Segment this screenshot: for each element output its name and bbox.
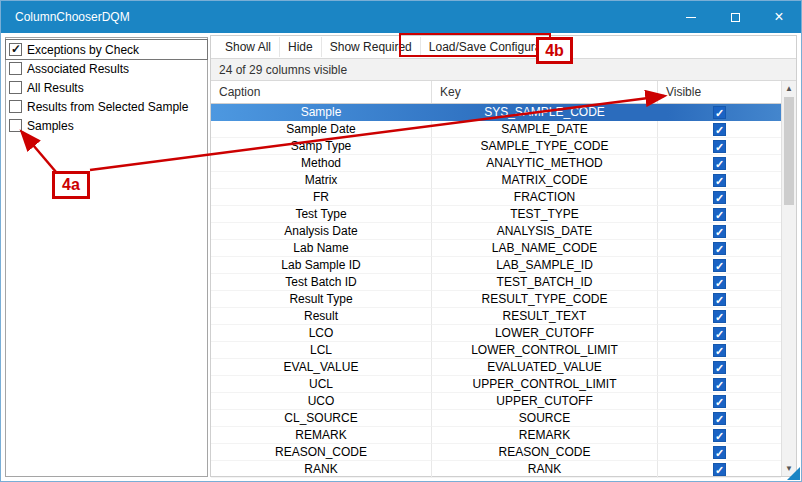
table-row[interactable]: Lab Sample ID LAB_SAMPLE_ID: [211, 257, 781, 274]
visible-checkbox[interactable]: [713, 174, 726, 187]
row-caption[interactable]: Sample: [211, 104, 432, 121]
visible-cell[interactable]: [658, 240, 781, 257]
visible-cell[interactable]: [658, 189, 781, 206]
scrollbar-thumb[interactable]: [784, 97, 794, 205]
table-row[interactable]: LCO LOWER_CUTOFF: [211, 325, 781, 342]
table-row[interactable]: Samp Type SAMPLE_TYPE_CODE: [211, 138, 781, 155]
list-item-exceptions-by-check[interactable]: Exceptions by Check: [6, 40, 207, 59]
visible-cell[interactable]: [658, 291, 781, 308]
row-key[interactable]: LAB_SAMPLE_ID: [432, 257, 658, 274]
table-row[interactable]: FR FRACTION: [211, 189, 781, 206]
visible-cell[interactable]: [658, 104, 781, 121]
visible-checkbox[interactable]: [713, 191, 726, 204]
row-key[interactable]: UPPER_CONTROL_LIMIT: [432, 376, 658, 393]
visible-cell[interactable]: [658, 376, 781, 393]
row-caption[interactable]: Result Type: [211, 291, 432, 308]
visible-checkbox[interactable]: [713, 446, 726, 459]
table-row[interactable]: Test Type TEST_TYPE: [211, 206, 781, 223]
row-caption[interactable]: Test Type: [211, 206, 432, 223]
row-key[interactable]: RANK: [432, 461, 658, 478]
minimize-button[interactable]: [669, 1, 713, 33]
visible-checkbox[interactable]: [713, 225, 726, 238]
visible-cell[interactable]: [658, 121, 781, 138]
vertical-scrollbar[interactable]: ▲ ▼: [781, 81, 796, 476]
toolbar-button-show-required[interactable]: Show Required: [321, 37, 420, 57]
row-caption[interactable]: Result: [211, 308, 432, 325]
visible-checkbox[interactable]: [713, 463, 726, 476]
visible-cell[interactable]: [658, 257, 781, 274]
row-key[interactable]: LOWER_CUTOFF: [432, 325, 658, 342]
visible-checkbox[interactable]: [713, 344, 726, 357]
row-caption[interactable]: EVAL_VALUE: [211, 359, 432, 376]
table-row[interactable]: Lab Name LAB_NAME_CODE: [211, 240, 781, 257]
row-caption[interactable]: Matrix: [211, 172, 432, 189]
visible-cell[interactable]: [658, 342, 781, 359]
table-row[interactable]: CL_SOURCE SOURCE: [211, 410, 781, 427]
table-row[interactable]: Method ANALYTIC_METHOD: [211, 155, 781, 172]
row-key[interactable]: LOWER_CONTROL_LIMIT: [432, 342, 658, 359]
row-caption[interactable]: Samp Type: [211, 138, 432, 155]
visible-checkbox[interactable]: [713, 123, 726, 136]
row-key[interactable]: FRACTION: [432, 189, 658, 206]
row-caption[interactable]: RANK: [211, 461, 432, 478]
visible-checkbox[interactable]: [713, 327, 726, 340]
visible-checkbox[interactable]: [713, 242, 726, 255]
row-key[interactable]: REMARK: [432, 427, 658, 444]
visible-checkbox[interactable]: [713, 293, 726, 306]
visible-cell[interactable]: [658, 410, 781, 427]
table-row[interactable]: Matrix MATRIX_CODE: [211, 172, 781, 189]
row-key[interactable]: LAB_NAME_CODE: [432, 240, 658, 257]
row-key[interactable]: REASON_CODE: [432, 444, 658, 461]
visible-checkbox[interactable]: [713, 208, 726, 221]
visible-cell[interactable]: [658, 325, 781, 342]
table-row[interactable]: LCL LOWER_CONTROL_LIMIT: [211, 342, 781, 359]
visible-checkbox[interactable]: [713, 361, 726, 374]
visible-checkbox[interactable]: [713, 259, 726, 272]
visible-cell[interactable]: [658, 461, 781, 478]
visible-checkbox[interactable]: [713, 140, 726, 153]
close-button[interactable]: ×: [757, 1, 801, 33]
row-caption[interactable]: FR: [211, 189, 432, 206]
row-caption[interactable]: CL_SOURCE: [211, 410, 432, 427]
list-item-samples[interactable]: Samples: [6, 116, 207, 135]
visible-cell[interactable]: [658, 427, 781, 444]
row-caption[interactable]: LCL: [211, 342, 432, 359]
table-row[interactable]: UCO UPPER_CUTOFF: [211, 393, 781, 410]
row-caption[interactable]: Sample Date: [211, 121, 432, 138]
table-row[interactable]: Sample SYS_SAMPLE_CODE: [211, 104, 781, 121]
visible-checkbox[interactable]: [713, 378, 726, 391]
visible-checkbox[interactable]: [713, 429, 726, 442]
list-item-results-from-selected-sample[interactable]: Results from Selected Sample: [6, 97, 207, 116]
resize-grip[interactable]: [787, 467, 800, 480]
row-caption[interactable]: Lab Sample ID: [211, 257, 432, 274]
row-caption[interactable]: Method: [211, 155, 432, 172]
visible-cell[interactable]: [658, 138, 781, 155]
row-key[interactable]: TEST_TYPE: [432, 206, 658, 223]
table-row[interactable]: EVAL_VALUE EVALUATED_VALUE: [211, 359, 781, 376]
toolbar-button-show-all[interactable]: Show All: [217, 37, 279, 57]
table-row[interactable]: REASON_CODE REASON_CODE: [211, 444, 781, 461]
row-caption[interactable]: Lab Name: [211, 240, 432, 257]
row-key[interactable]: ANALYTIC_METHOD: [432, 155, 658, 172]
visible-checkbox[interactable]: [713, 276, 726, 289]
list-checkbox[interactable]: [9, 100, 22, 113]
row-caption[interactable]: UCO: [211, 393, 432, 410]
row-key[interactable]: SAMPLE_DATE: [432, 121, 658, 138]
table-row[interactable]: Result Type RESULT_TYPE_CODE: [211, 291, 781, 308]
visible-checkbox[interactable]: [713, 310, 726, 323]
list-checkbox[interactable]: [9, 81, 22, 94]
column-header-key[interactable]: Key: [432, 81, 658, 103]
visible-cell[interactable]: [658, 359, 781, 376]
visible-checkbox[interactable]: [713, 412, 726, 425]
list-item-associated-results[interactable]: Associated Results: [6, 59, 207, 78]
row-key[interactable]: TEST_BATCH_ID: [432, 274, 658, 291]
row-caption[interactable]: Test Batch ID: [211, 274, 432, 291]
column-header-caption[interactable]: Caption: [211, 81, 432, 103]
row-key[interactable]: RESULT_TYPE_CODE: [432, 291, 658, 308]
table-row[interactable]: REMARK REMARK: [211, 427, 781, 444]
visible-cell[interactable]: [658, 223, 781, 240]
table-row[interactable]: UCL UPPER_CONTROL_LIMIT: [211, 376, 781, 393]
row-key[interactable]: MATRIX_CODE: [432, 172, 658, 189]
row-key[interactable]: SOURCE: [432, 410, 658, 427]
list-checkbox[interactable]: [9, 62, 22, 75]
